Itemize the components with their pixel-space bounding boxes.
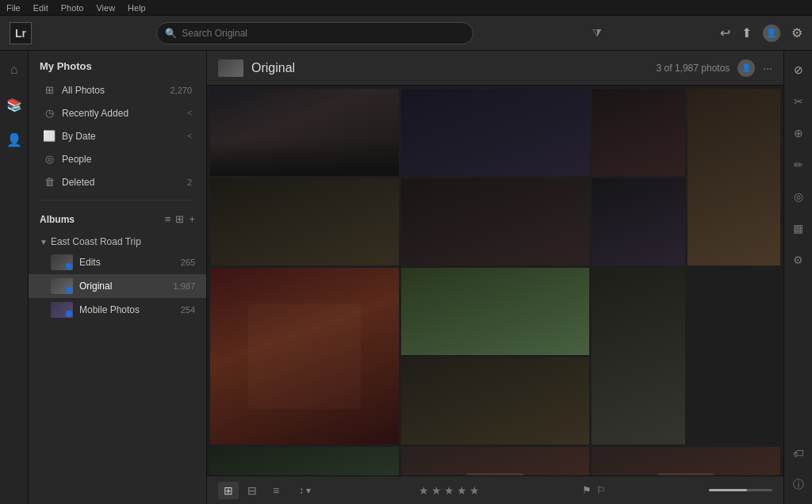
sort-arrow-icon: ▾: [306, 485, 311, 496]
my-photos-header: My Photos: [29, 51, 206, 78]
photo-cell[interactable]: [592, 268, 684, 445]
right-panel-icons: ⊘ ✂ ⊕ ✏ ◎ ▦ ⚙ 🏷 ⓘ: [783, 51, 812, 504]
sidebar-item-recently-added[interactable]: ◷ Recently Added <: [32, 102, 203, 124]
content-area: Original 3 of 1,987 photos 👤 ···: [207, 51, 783, 504]
undo-icon[interactable]: ↩: [720, 25, 730, 40]
star-rating: ★ ★ ★ ★ ★: [419, 484, 480, 497]
content-title-icon: [218, 59, 243, 77]
photo-cell[interactable]: [688, 89, 780, 265]
sidebar-item-deleted[interactable]: 🗑 Deleted 2: [32, 171, 203, 193]
albums-header: Albums ≡ ⊞ +: [29, 207, 206, 231]
albums-grid-view-icon[interactable]: ⊞: [175, 213, 184, 225]
sort-icon: ↕: [299, 485, 304, 496]
grid-view-icon[interactable]: ⊞: [218, 482, 239, 499]
left-icon-home[interactable]: ⌂: [3, 59, 25, 81]
menu-view[interactable]: View: [96, 3, 115, 13]
top-toolbar: Lr 🔍 ⧩ ↩ ⬆ 👤 ⚙: [0, 16, 812, 51]
recently-added-arrow: <: [187, 109, 192, 117]
recently-added-icon: ◷: [43, 107, 56, 119]
profile-icon[interactable]: 👤: [763, 25, 780, 42]
content-more-icon[interactable]: ···: [763, 62, 772, 74]
people-label: People: [62, 154, 192, 165]
albums-list-view-icon[interactable]: ≡: [165, 213, 171, 225]
photo-cell[interactable]: [592, 447, 780, 475]
album-item-mobile[interactable]: Mobile Photos 254: [29, 298, 206, 322]
photo-grid: [207, 86, 783, 475]
album-group-arrow-icon: ▼: [40, 238, 48, 246]
list-view-icon[interactable]: ≡: [266, 482, 286, 499]
photo-cell[interactable]: [401, 357, 590, 445]
zoom-slider-track[interactable]: [709, 489, 772, 491]
search-bar[interactable]: 🔍: [156, 22, 473, 44]
by-date-icon: ⬜: [43, 130, 56, 142]
photo-cell[interactable]: [592, 89, 684, 176]
album-mobile-label: Mobile Photos: [79, 304, 174, 315]
menu-edit[interactable]: Edit: [33, 3, 48, 13]
menu-help[interactable]: Help: [128, 3, 146, 13]
toolbar-icons: ↩ ⬆ 👤 ⚙: [720, 25, 802, 42]
content-header: Original 3 of 1,987 photos 👤 ···: [207, 51, 783, 86]
right-icon-radial[interactable]: ◎: [787, 185, 810, 208]
album-thumb-original: [51, 278, 73, 294]
view-mode-icons: ⊞ ⊟ ≡: [218, 482, 286, 499]
photo-cell[interactable]: [210, 268, 399, 445]
deleted-icon: 🗑: [43, 176, 56, 188]
album-group-header[interactable]: ▼ East Coast Road Trip: [29, 233, 206, 250]
right-icon-adjust[interactable]: ⊘: [787, 59, 810, 81]
photo-cell[interactable]: [401, 447, 590, 475]
photo-cell[interactable]: [401, 178, 590, 265]
sidebar-item-all-photos[interactable]: ⊞ All Photos 2,270: [32, 79, 203, 101]
star-3-icon[interactable]: ★: [444, 484, 454, 497]
star-1-icon[interactable]: ★: [419, 484, 429, 497]
album-edits-label: Edits: [79, 257, 174, 268]
album-item-original[interactable]: Original 1,987: [29, 274, 206, 298]
star-2-icon[interactable]: ★: [431, 484, 442, 497]
photo-cell[interactable]: [210, 447, 399, 475]
flag-reject-icon[interactable]: ⚐: [596, 484, 606, 496]
photo-cell[interactable]: [210, 178, 399, 265]
album-sync-badge: [66, 263, 72, 269]
album-item-edits[interactable]: Edits 265: [29, 250, 206, 274]
detail-view-icon[interactable]: ⊟: [242, 482, 262, 499]
album-group-east-coast: ▼ East Coast Road Trip Edits 265 Origina…: [29, 233, 206, 322]
sidebar-item-by-date[interactable]: ⬜ By Date <: [32, 125, 203, 147]
right-icon-panel[interactable]: ▦: [787, 217, 810, 239]
export-icon[interactable]: ⬆: [741, 25, 752, 40]
sidebar: My Photos ⊞ All Photos 2,270 ◷ Recently …: [29, 51, 207, 504]
deleted-count: 2: [187, 178, 192, 187]
star-4-icon[interactable]: ★: [457, 484, 467, 497]
content-title: Original: [251, 61, 295, 75]
menu-photo[interactable]: Photo: [61, 3, 84, 13]
zoom-slider-fill: [709, 489, 747, 491]
info-icon[interactable]: ⓘ: [787, 474, 810, 496]
star-5-icon[interactable]: ★: [469, 484, 480, 497]
photo-cell[interactable]: [592, 178, 684, 265]
photo-cell[interactable]: [210, 89, 399, 176]
photo-cell[interactable]: [401, 268, 590, 355]
right-icon-brush[interactable]: ✏: [787, 154, 810, 176]
tag-icon[interactable]: 🏷: [787, 442, 810, 464]
flag-pick-icon[interactable]: ⚑: [582, 484, 592, 496]
right-icon-heal[interactable]: ⊕: [787, 122, 810, 144]
menu-file[interactable]: File: [6, 3, 21, 13]
album-sync-badge-original: [66, 287, 72, 293]
main-layout: ⌂ 📚 👤 My Photos ⊞ All Photos 2,270 ◷ Rec…: [0, 51, 812, 504]
sidebar-divider: [40, 200, 195, 200]
filter-icon[interactable]: ⧩: [592, 26, 602, 40]
albums-add-icon[interactable]: +: [189, 213, 195, 225]
all-photos-count: 2,270: [170, 86, 192, 95]
search-input[interactable]: [182, 28, 465, 39]
album-mobile-count: 254: [181, 305, 195, 315]
album-original-count: 1,987: [173, 281, 195, 291]
left-icon-people[interactable]: 👤: [3, 128, 25, 151]
left-icon-library[interactable]: 📚: [3, 94, 25, 116]
sidebar-item-people[interactable]: ◎ People: [32, 148, 203, 170]
content-avatar-icon[interactable]: 👤: [737, 59, 755, 77]
sort-button[interactable]: ↕ ▾: [294, 483, 316, 498]
album-thumb-edits: [51, 254, 73, 270]
album-edits-count: 265: [181, 258, 195, 267]
right-icon-crop[interactable]: ✂: [787, 90, 810, 113]
right-icon-settings[interactable]: ⚙: [787, 249, 810, 271]
photo-cell[interactable]: [401, 89, 590, 176]
settings-icon[interactable]: ⚙: [791, 25, 802, 40]
